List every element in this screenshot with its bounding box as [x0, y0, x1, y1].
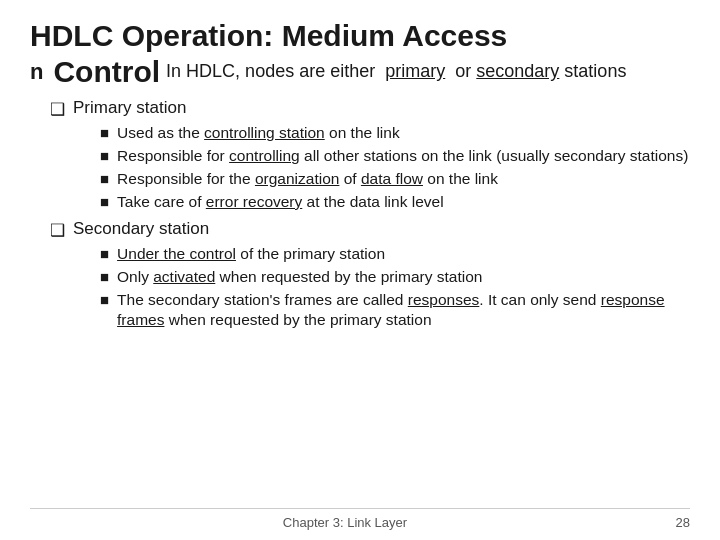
primary-item-3: ■ Responsible for the organization of da…	[100, 169, 690, 190]
footer-chapter: Chapter 3: Link Layer	[30, 515, 660, 530]
bullet-n: n	[30, 59, 43, 85]
secondary-item-1: ■ Under the control of the primary stati…	[100, 244, 690, 265]
primary-item-1: ■ Used as the controlling station on the…	[100, 123, 690, 144]
bullet-sq-p3: ■	[100, 170, 109, 187]
intro-prefix: In HDLC, nodes are either	[166, 61, 375, 81]
primary-label: primary	[385, 61, 445, 81]
bullet-sq-s2: ■	[100, 268, 109, 285]
intro-text: In HDLC, nodes are either primary or sec…	[166, 61, 626, 83]
bullet-sq-p4: ■	[100, 193, 109, 210]
slide: HDLC Operation: Medium Access n Control …	[0, 0, 720, 540]
title-block: HDLC Operation: Medium Access n Control …	[30, 18, 690, 90]
secondary-item-3-text: The secondary station's frames are calle…	[117, 290, 690, 332]
secondary-label: secondary	[476, 61, 559, 81]
primary-item-3-text: Responsible for the organization of data…	[117, 169, 498, 190]
primary-item-4: ■ Take care of error recovery at the dat…	[100, 192, 690, 213]
bullet-sq-p1: ■	[100, 124, 109, 141]
bullet-q-secondary: ❑	[50, 220, 65, 241]
title-line2: n Control In HDLC, nodes are either prim…	[30, 54, 690, 90]
primary-item-2-text: Responsible for controlling all other st…	[117, 146, 688, 167]
primary-item-4-text: Take care of error recovery at the data …	[117, 192, 444, 213]
section-primary: ❑ Primary station ■ Used as the controll…	[50, 98, 690, 213]
section-secondary-header: ❑ Secondary station	[50, 219, 690, 241]
secondary-item-1-text: Under the control of the primary station	[117, 244, 385, 265]
secondary-item-3: ■ The secondary station's frames are cal…	[100, 290, 690, 332]
title-line1: HDLC Operation: Medium Access	[30, 18, 690, 54]
bullet-sq-p2: ■	[100, 147, 109, 164]
bullet-sq-s1: ■	[100, 245, 109, 262]
secondary-sub-items: ■ Under the control of the primary stati…	[50, 244, 690, 332]
footer-page: 28	[660, 515, 690, 530]
primary-item-2: ■ Responsible for controlling all other …	[100, 146, 690, 167]
section-primary-title: Primary station	[73, 98, 186, 118]
footer: Chapter 3: Link Layer 28	[30, 508, 690, 530]
section-primary-header: ❑ Primary station	[50, 98, 690, 120]
bullet-sq-s3: ■	[100, 291, 109, 308]
or-text: or	[455, 61, 471, 81]
title-control: Control	[53, 54, 160, 90]
bullet-q-primary: ❑	[50, 99, 65, 120]
primary-sub-items: ■ Used as the controlling station on the…	[50, 123, 690, 213]
secondary-item-2: ■ Only activated when requested by the p…	[100, 267, 690, 288]
primary-item-1-text: Used as the controlling station on the l…	[117, 123, 400, 144]
content-area: ❑ Primary station ■ Used as the controll…	[30, 98, 690, 508]
stations-text: stations	[564, 61, 626, 81]
secondary-item-2-text: Only activated when requested by the pri…	[117, 267, 482, 288]
section-secondary: ❑ Secondary station ■ Under the control …	[50, 219, 690, 332]
section-secondary-title: Secondary station	[73, 219, 209, 239]
